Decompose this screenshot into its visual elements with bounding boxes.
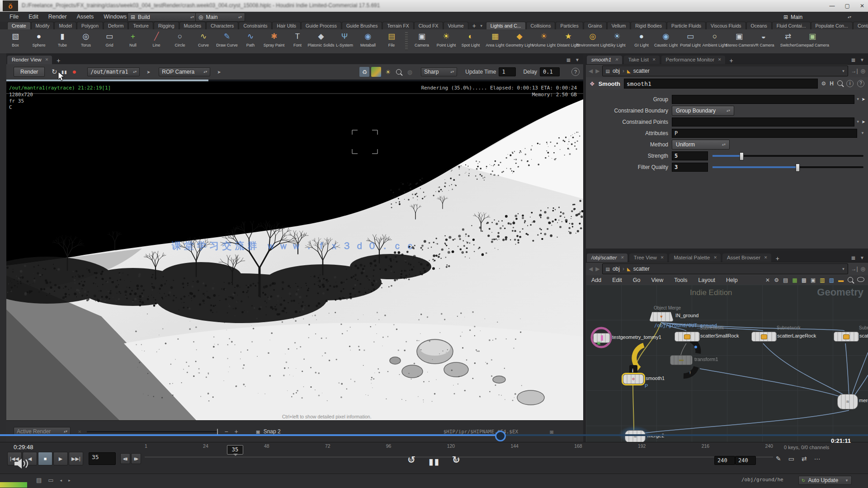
list-icon[interactable]: ▤: [783, 277, 788, 283]
shelf-tool[interactable]: ✱ Spray Paint: [262, 31, 286, 47]
shelf-tab[interactable]: Texture: [128, 22, 153, 29]
menu-item[interactable]: Tools: [669, 277, 693, 283]
menu-item[interactable]: Render: [43, 12, 72, 22]
node-scatter-large-rock[interactable]: [751, 332, 777, 342]
pane-tab[interactable]: Asset Browser✕: [722, 253, 771, 262]
pane-maximize-icon[interactable]: ▦: [851, 57, 855, 62]
pin-icon[interactable]: →|: [851, 68, 858, 74]
step-forward-button[interactable]: ▮▶: [131, 453, 141, 464]
shelf-tab[interactable]: Muscles: [179, 22, 206, 29]
go-to-end-button[interactable]: ▶▶|: [69, 452, 83, 465]
shelf-tool[interactable]: ▮ Tube: [51, 31, 74, 47]
nav-back-icon[interactable]: ◀: [589, 68, 593, 74]
add-pane-tab-button[interactable]: +: [726, 57, 737, 64]
node-help-icon[interactable]: ?: [857, 80, 864, 87]
shelf-tool[interactable]: ╱ Line: [145, 31, 168, 47]
shelf-tool[interactable]: ◉ Caustic Light: [654, 31, 678, 47]
shelf-tab[interactable]: Create: [7, 22, 31, 29]
shelf-tab[interactable]: Modify: [31, 22, 54, 29]
tree-icon[interactable]: ⚙: [774, 277, 779, 283]
auto-update-selector[interactable]: ↻ Auto Update ▼: [798, 476, 852, 485]
search-icon[interactable]: [848, 277, 853, 284]
shelf-tab[interactable]: Populate Con...: [811, 22, 853, 29]
camera-picker-icon[interactable]: ➤: [214, 67, 224, 77]
method-dropdown[interactable]: Uniform ▴▾: [672, 140, 730, 150]
tab-render-view[interactable]: Render View✕: [7, 56, 52, 64]
points-menu-icon[interactable]: ▼: [854, 120, 862, 124]
rop-picker-icon[interactable]: ➤: [143, 67, 153, 77]
resize-icon[interactable]: ⇄: [802, 455, 807, 462]
minimize-button[interactable]: —: [830, 3, 835, 9]
info-icon[interactable]: i: [846, 80, 854, 87]
attributes-field[interactable]: P: [672, 129, 857, 138]
pane-tab[interactable]: /obj/scatter✕: [587, 253, 627, 262]
node-merge2[interactable]: ≋: [625, 430, 646, 442]
shelf-tool[interactable]: ☀ Sky Light: [605, 31, 629, 47]
shelf-tab[interactable]: Terrain FX: [382, 22, 413, 29]
shelf-tool[interactable]: ☀ Volume Light: [532, 31, 556, 47]
tools-icon[interactable]: ✕: [765, 277, 770, 283]
shelf-tool[interactable]: ▣ Gamepad Camera: [800, 31, 825, 47]
group-field[interactable]: [672, 95, 854, 104]
shelf-tool[interactable]: ● Sphere: [27, 31, 51, 47]
group-menu-icon[interactable]: ▼: [854, 97, 862, 101]
shelf-tab[interactable]: Cloud FX: [414, 22, 443, 29]
shelf-divider-handle[interactable]: [405, 32, 408, 50]
shelf-tool[interactable]: ◐ Spot Light: [458, 31, 483, 47]
filter-selector[interactable]: Sharp ▴▾: [421, 67, 457, 76]
snapshot-slider[interactable]: [87, 431, 218, 432]
pane-maximize-icon[interactable]: ▦: [851, 255, 855, 260]
more-options-icon[interactable]: ···: [814, 455, 821, 462]
shelf-tab[interactable]: Guide Process: [301, 22, 341, 29]
stop-render-icon[interactable]: ●: [69, 67, 79, 77]
shelf-tool[interactable]: ∿ Curve: [192, 31, 215, 47]
shelf-tool[interactable]: ◎ Environment Light: [580, 31, 605, 47]
node-in-ground[interactable]: ▼: [649, 312, 674, 322]
maximize-button[interactable]: ▢: [845, 3, 850, 9]
pane-tab[interactable]: smooth1✕: [587, 56, 622, 64]
strength-slider[interactable]: [712, 155, 863, 157]
pane-maximize-icon[interactable]: ▦: [566, 57, 571, 62]
shelf-tool[interactable]: ∿ Path: [239, 31, 262, 47]
shelf-tool[interactable]: + Null: [121, 31, 145, 47]
shelf-tab[interactable]: Grains: [584, 22, 607, 29]
volume-icon[interactable]: [14, 457, 32, 470]
grid-color-icon[interactable]: ▦: [792, 277, 797, 283]
add-shelf-tab-button[interactable]: +: [469, 22, 480, 29]
shelf-tab[interactable]: Rigging: [154, 22, 179, 29]
play-forward-button[interactable]: ▶: [53, 452, 68, 465]
preview-toggle-icon[interactable]: ♻: [359, 67, 369, 77]
shelf-tool[interactable]: ◆ Platonic Solids: [309, 31, 333, 47]
add-pane-tab-button[interactable]: +: [772, 255, 783, 262]
shelf-tool[interactable]: ▣ Stereo Camera: [727, 31, 751, 47]
shelf-tool[interactable]: Ψ L-System: [333, 31, 356, 47]
pane-tab[interactable]: Material Palette✕: [669, 253, 720, 262]
snapshot-path[interactable]: $HIP/ipr/$HIPNAME.$F4.$EX: [443, 429, 519, 435]
filter-quality-slider[interactable]: [712, 166, 863, 168]
path-root[interactable]: obj: [613, 266, 620, 272]
shelf-tool[interactable]: ▣ Camera: [410, 31, 434, 47]
shelf-tool[interactable]: ◉ Metaball: [356, 31, 380, 47]
grid-dots-icon[interactable]: ▩: [802, 277, 807, 283]
shelf-tab[interactable]: Fluid Contai...: [772, 22, 811, 29]
stop-button[interactable]: ■: [38, 452, 52, 465]
view-selector[interactable]: ◎ Main ▴▾: [195, 13, 245, 22]
rop-selector[interactable]: /out/mantra1 ▴▾: [87, 67, 140, 76]
pane-menu-icon[interactable]: ▼: [860, 255, 864, 260]
menu-item[interactable]: Assets: [72, 12, 99, 22]
search-icon[interactable]: [837, 80, 843, 87]
filter-quality-field[interactable]: 3: [672, 163, 708, 172]
shelf-tab[interactable]: Collisions: [526, 22, 556, 29]
node-merge[interactable]: ≋: [837, 394, 858, 409]
constrained-boundary-dropdown[interactable]: Group Boundary ▴▾: [672, 106, 734, 116]
menu-item[interactable]: Help: [721, 277, 743, 283]
node-name-field[interactable]: smooth1: [624, 79, 818, 89]
group-select-arrow-icon[interactable]: ➤: [862, 97, 868, 102]
shelf-tool[interactable]: ◆ Geometry Light: [507, 31, 532, 47]
range-end-field[interactable]: 240: [735, 456, 756, 465]
shelf-tab[interactable]: Oceans: [746, 22, 772, 29]
shelf-tab[interactable]: Lights and C...: [486, 22, 526, 29]
pane-menu-icon[interactable]: ▼: [860, 57, 864, 62]
shelf-tab[interactable]: Volume: [443, 22, 468, 29]
menu-item[interactable]: Edit: [607, 277, 627, 283]
